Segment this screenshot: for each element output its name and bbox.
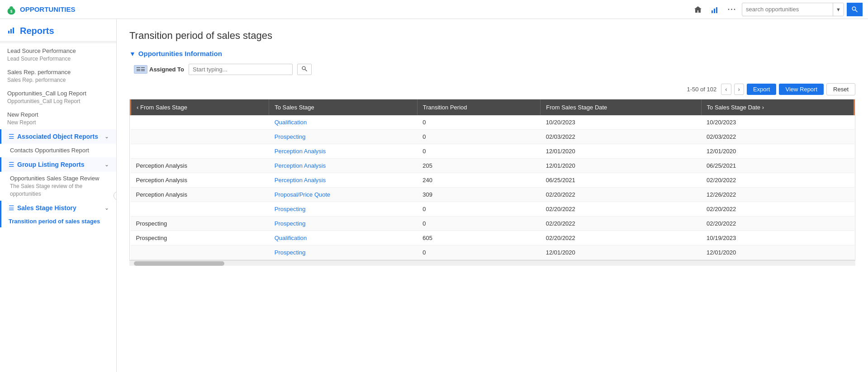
svg-text:$: $ [10, 9, 13, 14]
cell-from-sales-stage: Perception Analysis [131, 188, 269, 202]
sidebar-header: Reports [0, 19, 116, 42]
cell-to-date: 02/20/2022 [701, 173, 854, 188]
sidebar-active-item[interactable]: Transition period of sales stages [0, 215, 116, 227]
pagination-info: 1-50 of 102 [687, 86, 716, 93]
section-header: ▼ Opportunities Information [129, 50, 855, 57]
sidebar-item-lead-source[interactable]: Lead Source Performance Lead Source Perf… [0, 44, 116, 66]
svg-rect-10 [10, 29, 12, 33]
logo-icon: $ [5, 4, 17, 15]
sidebar-item-lead-source-sub: Lead Source Performance [7, 55, 109, 63]
cell-from-date: 06/25/2021 [541, 173, 701, 188]
sidebar-section-sales-stage[interactable]: ☰ Sales Stage History ⌄ [0, 201, 116, 215]
cell-transition-period: 0 [417, 202, 541, 217]
next-page-button[interactable]: › [734, 84, 744, 95]
cell-to-sales-stage[interactable]: Proposal/Price Quote [269, 188, 417, 202]
cell-to-date: 12/26/2022 [701, 188, 854, 202]
sidebar-section-group[interactable]: ☰ Group Listing Reports ⌄ [0, 157, 116, 172]
cell-from-date: 02/03/2022 [541, 130, 701, 144]
cell-transition-period: 0 [417, 115, 541, 130]
cell-to-sales-stage[interactable]: Qualification [269, 115, 417, 130]
table-toolbar: 1-50 of 102 ‹ › Export View Report Reset [129, 83, 855, 95]
group-chevron-icon: ⌄ [104, 161, 109, 168]
table-row: Prospecting002/03/202202/03/2022 [131, 130, 854, 144]
chart-button[interactable] [708, 3, 722, 16]
page-title: Transition period of sales stages [129, 30, 855, 42]
cell-from-sales-stage [131, 115, 269, 130]
assigned-to-input[interactable] [189, 64, 293, 75]
cell-transition-period: 0 [417, 144, 541, 159]
layout: Reports Lead Source Performance Lead Sou… [0, 19, 868, 372]
sidebar-item-opp-call-log-sub: Opportunities_Call Log Report [7, 98, 109, 105]
svg-point-12 [302, 66, 305, 70]
col-to-sales-stage[interactable]: To Sales Stage [269, 99, 417, 115]
cell-to-date: 02/03/2022 [701, 130, 854, 144]
col-transition-period[interactable]: Transition Period [417, 99, 541, 115]
cell-to-sales-stage[interactable]: Prospecting [269, 217, 417, 231]
cell-from-date: 12/01/2020 [541, 159, 701, 173]
sidebar-item-opp-sales-stage-sub: The Sales Stage review of the opportunit… [10, 183, 109, 198]
filter-icon: ☰☰ [134, 65, 147, 74]
more-button[interactable]: ··· [725, 4, 739, 15]
sidebar-item-opp-sales-stage[interactable]: Opportunities Sales Stage Review The Sal… [0, 172, 116, 201]
cell-to-sales-stage[interactable]: Prospecting [269, 130, 417, 144]
main-content: Transition period of sales stages ▼ Oppo… [117, 19, 868, 372]
col-from-sales-stage[interactable]: ‹ From Sales Stage [131, 99, 269, 115]
home-button[interactable] [691, 3, 705, 16]
cell-from-sales-stage: Prospecting [131, 217, 269, 231]
cell-to-sales-stage[interactable]: Prospecting [269, 245, 417, 260]
sidebar-item-sales-rep[interactable]: Sales Rep. performance Sales Rep. perfor… [0, 66, 116, 87]
app-logo: $ OPPORTUNITIES [5, 4, 687, 15]
svg-line-13 [305, 69, 307, 71]
cell-from-date: 12/01/2020 [541, 245, 701, 260]
cell-to-sales-stage[interactable]: Perception Analysis [269, 159, 417, 173]
cell-to-date: 12/01/2020 [701, 144, 854, 159]
cell-to-sales-stage[interactable]: Prospecting [269, 202, 417, 217]
cell-to-sales-stage[interactable]: Perception Analysis [269, 144, 417, 159]
search-dropdown-btn[interactable]: ▼ [833, 3, 844, 16]
sidebar-section-associated[interactable]: ☰ Associated Object Reports ⌄ [0, 129, 116, 144]
filter-label: Assigned To [149, 66, 184, 73]
data-table: ‹ From Sales Stage To Sales Stage Transi… [130, 99, 855, 260]
table-wrapper: ‹ From Sales Stage To Sales Stage Transi… [129, 99, 855, 260]
sidebar: Reports Lead Source Performance Lead Sou… [0, 19, 117, 372]
top-nav-actions: ··· ▼ [691, 3, 863, 16]
top-nav: $ OPPORTUNITIES ··· ▼ [0, 0, 868, 19]
section-header-title: Opportunities Information [138, 50, 222, 57]
filter-search-button[interactable] [297, 64, 312, 75]
cell-from-sales-stage [131, 202, 269, 217]
section-collapse-icon[interactable]: ▼ [129, 50, 136, 57]
horizontal-scrollbar[interactable] [129, 260, 855, 266]
cell-to-sales-stage[interactable]: Qualification [269, 231, 417, 245]
cell-transition-period: 0 [417, 130, 541, 144]
cell-to-date: 06/25/2021 [701, 159, 854, 173]
cell-to-sales-stage[interactable]: Perception Analysis [269, 173, 417, 188]
cell-to-date: 10/20/2023 [701, 115, 854, 130]
col-from-date[interactable]: From Sales Stage Date [541, 99, 701, 115]
cell-from-sales-stage: Perception Analysis [131, 173, 269, 188]
prev-page-button[interactable]: ‹ [721, 84, 731, 95]
sidebar-item-new-report[interactable]: New Report New Report [0, 108, 116, 129]
sidebar-item-opp-call-log[interactable]: Opportunities_Call Log Report Opportunit… [0, 87, 116, 108]
col-to-date[interactable]: To Sales Stage Date › [701, 99, 854, 115]
table-row: Perception AnalysisPerception Analysis20… [131, 159, 854, 173]
cell-transition-period: 605 [417, 231, 541, 245]
cell-from-sales-stage [131, 130, 269, 144]
reset-button[interactable]: Reset [826, 83, 855, 95]
cell-from-date: 02/20/2022 [541, 231, 701, 245]
view-report-button[interactable]: View Report [779, 84, 824, 95]
cell-from-sales-stage: Prospecting [131, 231, 269, 245]
sidebar-item-sales-rep-sub: Sales Rep. performance [7, 76, 109, 84]
search-input[interactable] [742, 6, 833, 13]
svg-rect-11 [13, 28, 14, 33]
export-button[interactable]: Export [747, 84, 777, 95]
search-go-button[interactable] [847, 3, 863, 16]
cell-transition-period: 240 [417, 173, 541, 188]
cell-transition-period: 309 [417, 188, 541, 202]
cell-transition-period: 0 [417, 217, 541, 231]
group-section-title: Group Listing Reports [17, 161, 85, 168]
sidebar-item-contacts-opp[interactable]: Contacts Opportunities Report [0, 144, 116, 157]
cell-transition-period: 0 [417, 245, 541, 260]
sidebar-item-contacts-opp-title: Contacts Opportunities Report [10, 146, 109, 155]
cell-from-sales-stage [131, 144, 269, 159]
sidebar-active-item-label: Transition period of sales stages [9, 218, 100, 225]
